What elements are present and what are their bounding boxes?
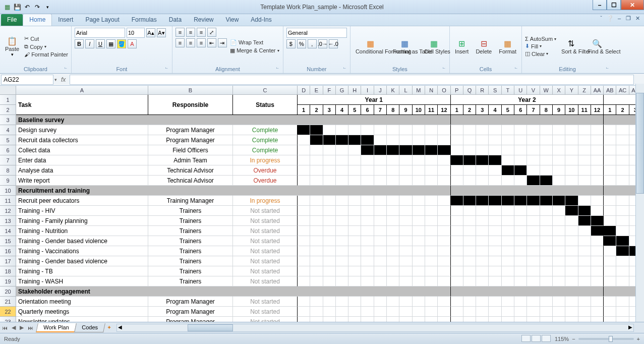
gantt-cell[interactable]	[553, 186, 565, 196]
gantt-cell[interactable]	[425, 226, 438, 236]
gantt-cell[interactable]	[540, 246, 553, 256]
increase-font-button[interactable]: A▴	[146, 28, 155, 37]
gantt-cell[interactable]	[489, 286, 501, 297]
gantt-cell[interactable]	[463, 307, 476, 317]
header-month-14[interactable]: 3	[476, 105, 489, 115]
gantt-cell[interactable]	[387, 196, 399, 206]
header-responsible[interactable]: Responsible	[148, 95, 233, 115]
gantt-cell[interactable]	[399, 145, 412, 155]
gantt-cell[interactable]	[310, 216, 323, 226]
gantt-cell[interactable]	[591, 307, 604, 317]
gantt-cell[interactable]	[565, 206, 578, 216]
gantt-cell[interactable]	[348, 297, 361, 307]
gantt-cell[interactable]	[502, 297, 514, 307]
gantt-cell[interactable]	[387, 216, 399, 226]
gantt-cell[interactable]	[298, 216, 310, 226]
gantt-cell[interactable]	[502, 266, 514, 276]
cell-task[interactable]: Training - Gender based violence	[16, 236, 148, 246]
gantt-cell[interactable]	[361, 266, 374, 276]
gantt-cell[interactable]	[310, 196, 323, 206]
tab-home[interactable]: Home	[23, 14, 52, 26]
gantt-cell[interactable]	[540, 165, 553, 176]
table-row[interactable]: Recruit data collectorsProgram ManagerCo…	[16, 135, 642, 145]
gantt-cell[interactable]	[399, 216, 412, 226]
gantt-cell[interactable]	[463, 216, 476, 226]
autosum-button[interactable]: ΣAutoSum▾	[525, 36, 556, 42]
gantt-cell[interactable]	[476, 276, 489, 286]
gantt-cell[interactable]	[604, 236, 616, 246]
cell-task[interactable]: Baseline survey	[16, 115, 148, 125]
gantt-cell[interactable]	[310, 135, 323, 145]
gantt-cell[interactable]	[425, 206, 438, 216]
gantt-cell[interactable]	[310, 266, 323, 276]
gantt-cell[interactable]	[514, 297, 527, 307]
gantt-cell[interactable]	[502, 155, 514, 165]
gantt-cell[interactable]	[310, 226, 323, 236]
gantt-cell[interactable]	[553, 307, 565, 317]
header-month-9[interactable]: 10	[413, 105, 425, 115]
cell-task[interactable]: Enter data	[16, 155, 148, 165]
header-month-16[interactable]: 5	[502, 105, 514, 115]
gantt-cell[interactable]	[310, 236, 323, 246]
gantt-cell[interactable]	[348, 266, 361, 276]
gantt-cell[interactable]	[489, 196, 501, 206]
gantt-cell[interactable]	[604, 176, 616, 186]
gantt-cell[interactable]	[578, 226, 591, 236]
gantt-cell[interactable]	[616, 135, 629, 145]
align-middle-button[interactable]: ≡	[186, 28, 195, 37]
gantt-cell[interactable]	[489, 135, 501, 145]
delete-cells-button[interactable]: ⊟Delete	[474, 28, 494, 65]
cell-status[interactable]: Not started	[233, 236, 298, 246]
header-month-1[interactable]: 2	[310, 105, 323, 115]
gantt-cell[interactable]	[374, 196, 387, 206]
row-header-20[interactable]: 20	[0, 286, 16, 297]
col-header-K[interactable]: K	[387, 86, 399, 95]
cell-responsible[interactable]	[148, 286, 233, 297]
gantt-cell[interactable]	[553, 276, 565, 286]
gantt-cell[interactable]	[387, 226, 399, 236]
gantt-cell[interactable]	[514, 266, 527, 276]
cell-responsible[interactable]: Program Manager	[148, 307, 233, 317]
gantt-cell[interactable]	[476, 246, 489, 256]
col-header-X[interactable]: X	[553, 86, 565, 95]
decrease-decimal-button[interactable]: ←.0	[329, 39, 338, 48]
decrease-indent-button[interactable]: ⇤	[207, 38, 216, 47]
gantt-cell[interactable]	[438, 165, 450, 176]
cell-responsible[interactable]: Trainers	[148, 226, 233, 236]
gantt-cell[interactable]	[540, 145, 553, 155]
gantt-cell[interactable]	[578, 206, 591, 216]
zoom-in-button[interactable]: +	[637, 336, 640, 342]
gantt-cell[interactable]	[361, 155, 374, 165]
gantt-cell[interactable]	[310, 176, 323, 186]
zoom-slider[interactable]	[578, 338, 634, 340]
gantt-cell[interactable]	[451, 135, 463, 145]
sheet-tab-work-plan[interactable]: Work Plan	[36, 323, 76, 332]
gantt-cell[interactable]	[361, 145, 374, 155]
gantt-cell[interactable]	[527, 297, 540, 307]
fx-icon[interactable]: fx	[57, 76, 70, 83]
gantt-cell[interactable]	[361, 135, 374, 145]
col-header-N[interactable]: N	[425, 86, 438, 95]
header-month-22[interactable]: 11	[578, 105, 591, 115]
cell-responsible[interactable]: Trainers	[148, 256, 233, 266]
cell-task[interactable]: Recruit peer educators	[16, 196, 148, 206]
gantt-cell[interactable]	[553, 286, 565, 297]
cell-task[interactable]: Training - Family planning	[16, 216, 148, 226]
gantt-cell[interactable]	[413, 256, 425, 266]
gantt-cell[interactable]	[336, 266, 348, 276]
header-month-25[interactable]: 2	[616, 105, 629, 115]
gantt-cell[interactable]	[298, 165, 310, 176]
gantt-cell[interactable]	[489, 256, 501, 266]
gantt-cell[interactable]	[591, 165, 604, 176]
table-row[interactable]: Training - Gender based violenceTrainers…	[16, 256, 642, 266]
gantt-cell[interactable]	[298, 307, 310, 317]
gantt-cell[interactable]	[578, 307, 591, 317]
gantt-cell[interactable]	[348, 196, 361, 206]
table-row[interactable]: Baseline survey	[16, 115, 642, 125]
gantt-cell[interactable]	[310, 256, 323, 266]
gantt-cell[interactable]	[565, 297, 578, 307]
gantt-cell[interactable]	[336, 246, 348, 256]
cell-task[interactable]: Training - TB	[16, 266, 148, 276]
gantt-cell[interactable]	[438, 246, 450, 256]
gantt-cell[interactable]	[616, 196, 629, 206]
